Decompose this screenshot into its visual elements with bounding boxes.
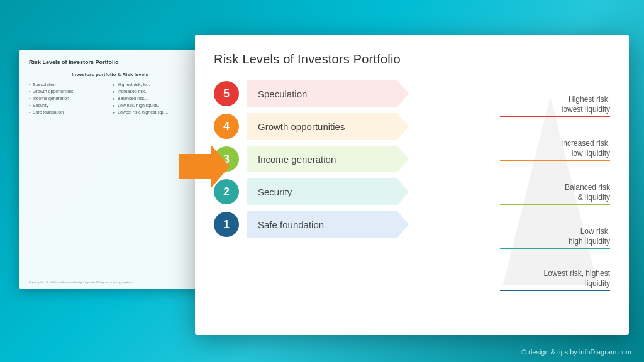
item-label-4: Growth opportunities [258,121,345,132]
bg-slide-left-col: Speculation Growth opportunities Income … [29,82,108,117]
risk-label-1: Highest risk,lowest liquidity [500,95,610,117]
right-area: Highest risk,lowest liquidity Increased … [421,80,610,313]
risk-text-5: Lowest risk, highestliquidity [500,269,610,288]
bg-right-item: Highest risk, lo... [113,82,191,87]
item-label-5: Speculation [258,89,307,99]
item-label-3: Income generation [258,154,336,165]
main-slide: Risk Levels of Investors Portfolio 5 Spe… [195,35,629,335]
risk-text-4: Low risk,high liquidity [500,227,610,246]
risk-line-4 [500,248,610,249]
background-slide: Risk Levels of Investors Portfolio Inves… [19,50,201,289]
bg-left-item: Safe foundation [29,110,108,114]
risk-label-4: Low risk,high liquidity [500,227,610,249]
main-slide-title: Risk Levels of Investors Portfolio [214,52,610,67]
risk-label-3: Balanced risk& liquidity [500,183,610,205]
circle-num-1: 1 [214,212,239,237]
risk-text-2: Increased risk,low liquidity [500,139,610,158]
svg-marker-0 [179,145,230,189]
risk-label-5: Lowest risk, highestliquidity [500,269,610,291]
pyramid-container: Highest risk,lowest liquidity Increased … [421,90,610,304]
circle-num-5: 5 [214,81,239,106]
bg-right-item: Balanced risk... [113,96,191,101]
bg-right-item: Lowest risk, highest liqu... [113,110,191,114]
risk-line-2 [500,160,610,161]
risk-labels: Highest risk,lowest liquidity Increased … [421,90,610,304]
bg-left-item: Growth opportunities [29,89,108,94]
bg-slide-right-col: Highest risk, lo... Increased risk... Ba… [113,82,191,117]
risk-label-2: Increased risk,low liquidity [500,139,610,161]
pentagon-1: Safe foundation [247,211,409,238]
circle-num-4: 4 [214,114,239,139]
bg-slide-title: Risk Levels of Investors Portfolio [29,59,191,65]
risk-line-5 [500,290,610,291]
risk-text-1: Highest risk,lowest liquidity [500,95,610,114]
risk-text-3: Balanced risk& liquidity [500,183,610,202]
list-item: 4 Growth opportunities [214,113,409,140]
bg-right-item: Low risk, high liquidi... [113,103,191,107]
list-item: 5 Speculation [214,80,409,107]
bg-left-item: Security [29,103,108,107]
item-label-2: Security [258,187,292,197]
item-label-1: Safe foundation [258,219,324,230]
bg-slide-footer: Example of slide before redesign by info… [29,280,134,284]
pentagon-3: Income generation [247,146,409,172]
copyright: © design & tips by infoDiagram.com [521,348,631,356]
list-item: 3 Income generation [214,146,409,172]
list-item: 1 Safe foundation [214,211,409,238]
bg-left-item: Income generation [29,96,108,101]
pentagon-list: 5 Speculation 4 Growth opportunities 3 I… [214,80,409,313]
pentagon-5: Speculation [247,80,409,107]
arrow [179,145,230,191]
pentagon-2: Security [247,178,409,205]
bg-slide-subtitle: Investors portfolio & Risk levels [29,72,191,77]
pentagon-4: Growth opportunities [247,113,409,140]
list-item: 2 Security [214,178,409,205]
bg-right-item: Increased risk... [113,89,191,94]
risk-line-3 [500,204,610,205]
bg-left-item: Speculation [29,82,108,87]
risk-line-1 [500,116,610,117]
content-area: 5 Speculation 4 Growth opportunities 3 I… [214,80,610,313]
